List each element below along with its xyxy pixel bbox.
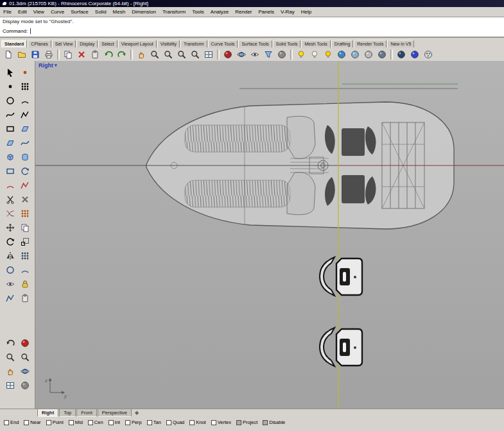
- tab-visibility[interactable]: Visibility: [157, 40, 180, 47]
- revolve-tool[interactable]: [17, 164, 32, 178]
- object-properties-tool[interactable]: [17, 291, 32, 305]
- viewport-menu-arrow-icon[interactable]: ▾: [55, 63, 57, 68]
- osnap-knot[interactable]: Knot: [189, 419, 205, 425]
- menu-solid[interactable]: Solid: [92, 9, 110, 15]
- osnap-disable[interactable]: Disable: [263, 419, 285, 425]
- viewport-right[interactable]: Right ▾: [35, 61, 504, 409]
- stop-record-button[interactable]: [275, 48, 288, 61]
- clipboard-paste-button[interactable]: [89, 48, 101, 61]
- free-curve-tool[interactable]: [3, 108, 17, 122]
- osnap-cen[interactable]: Cen: [88, 419, 103, 425]
- tab-render-tools[interactable]: Render Tools: [354, 40, 387, 47]
- set-cplane-tool[interactable]: [3, 378, 17, 393]
- redo-button[interactable]: [116, 48, 128, 61]
- tab-set-view[interactable]: Set View: [52, 40, 76, 47]
- menu-render[interactable]: Render: [232, 9, 255, 15]
- tab-cplanes[interactable]: CPlanes: [28, 40, 51, 47]
- osnap-quad[interactable]: Quad: [166, 419, 184, 425]
- menu-view[interactable]: View: [30, 9, 48, 15]
- pan-button[interactable]: [135, 48, 148, 61]
- osnap-disable-checkbox[interactable]: [263, 420, 268, 425]
- osnap-quad-checkbox[interactable]: [166, 420, 171, 425]
- fillet-tool[interactable]: [3, 178, 17, 192]
- viewport-tab-front[interactable]: Front: [76, 409, 97, 417]
- tab-solid-tools[interactable]: Solid Tools: [273, 40, 301, 47]
- lock-tool[interactable]: [17, 277, 32, 291]
- spotlight-button[interactable]: [322, 48, 335, 61]
- tab-curve-tools[interactable]: Curve Tools: [208, 40, 238, 47]
- trim-tool[interactable]: [3, 192, 17, 207]
- arc-tool[interactable]: [17, 94, 32, 108]
- pointer-tool[interactable]: [3, 65, 17, 80]
- render-settings-button[interactable]: [422, 48, 435, 61]
- print-button[interactable]: [42, 48, 55, 61]
- menu-mesh[interactable]: Mesh: [110, 9, 129, 15]
- rectangle-tool[interactable]: [3, 122, 17, 136]
- selection-brush-tool[interactable]: [17, 65, 32, 80]
- menu-help[interactable]: Help: [298, 9, 315, 15]
- box-tool[interactable]: [3, 150, 17, 164]
- viewport-tab-top[interactable]: Top: [59, 409, 76, 417]
- hide-tool[interactable]: [3, 277, 17, 291]
- osnap-point[interactable]: Point: [46, 419, 64, 425]
- rotate-tool[interactable]: [3, 235, 17, 249]
- open-file-button[interactable]: [15, 48, 28, 61]
- menu-analyze[interactable]: Analyze: [207, 9, 232, 15]
- single-point-tool[interactable]: [3, 80, 17, 94]
- command-line[interactable]: Command:: [0, 26, 504, 38]
- tab-mesh-tools[interactable]: Mesh Tools: [301, 40, 330, 47]
- osnap-project[interactable]: Project: [236, 419, 257, 425]
- osnap-near-checkbox[interactable]: [24, 420, 29, 425]
- curve-boolean-tool[interactable]: [3, 263, 17, 277]
- explode-tool[interactable]: [17, 207, 32, 221]
- osnap-int[interactable]: Int: [109, 419, 120, 425]
- polyline-tool[interactable]: [17, 108, 32, 122]
- osnap-vertex[interactable]: Vertex: [211, 419, 231, 425]
- menu-tools[interactable]: Tools: [189, 9, 207, 15]
- selection-filter-button[interactable]: [262, 48, 275, 61]
- ghosted-sphere-button[interactable]: [362, 48, 375, 61]
- scale-tool[interactable]: [17, 235, 32, 249]
- tab-standard[interactable]: Standard: [1, 40, 27, 47]
- join-tool[interactable]: [3, 207, 17, 221]
- show-edges-tool[interactable]: [3, 291, 17, 305]
- menu-surface[interactable]: Surface: [67, 9, 92, 15]
- osnap-tan[interactable]: Tan: [147, 419, 161, 425]
- tab-transform[interactable]: Transform: [180, 40, 207, 47]
- render-preview-sphere-button[interactable]: [335, 48, 348, 61]
- copy-file-button[interactable]: [62, 48, 74, 61]
- menu-vray[interactable]: V-Ray: [277, 9, 298, 15]
- viewport-tab-right[interactable]: Right: [37, 409, 58, 417]
- tab-viewport-layout[interactable]: Viewport Layout: [118, 40, 157, 47]
- tab-drafting[interactable]: Drafting: [331, 40, 354, 47]
- pan-view-tool[interactable]: [3, 364, 17, 378]
- osnap-mid-checkbox[interactable]: [69, 420, 74, 425]
- split-tool[interactable]: [17, 192, 32, 207]
- menu-panels[interactable]: Panels: [256, 9, 277, 15]
- camera-target-button[interactable]: [248, 48, 261, 61]
- viewport-tab-perspective[interactable]: Perspective: [98, 409, 132, 417]
- rotate-view-button[interactable]: [235, 48, 248, 61]
- offset-tool[interactable]: [17, 263, 32, 277]
- osnap-perp-checkbox[interactable]: [125, 420, 130, 425]
- light-on-button[interactable]: [295, 48, 308, 61]
- osnap-mid[interactable]: Mid: [69, 419, 83, 425]
- menu-transform[interactable]: Transform: [159, 9, 189, 15]
- menu-curve[interactable]: Curve: [48, 9, 67, 15]
- zoom-extents-view-tool[interactable]: [17, 350, 32, 364]
- osnap-point-checkbox[interactable]: [46, 420, 51, 425]
- circle-tool[interactable]: [3, 94, 17, 108]
- osnap-vertex-checkbox[interactable]: [211, 420, 216, 425]
- zoom-selected-button[interactable]: [189, 48, 202, 61]
- move-tool[interactable]: [3, 221, 17, 235]
- osnap-knot-checkbox[interactable]: [189, 420, 195, 425]
- chamfer-tool[interactable]: [17, 178, 32, 192]
- menu-file[interactable]: File: [0, 9, 15, 15]
- tab-display[interactable]: Display: [76, 40, 98, 47]
- copy-tool[interactable]: [17, 221, 32, 235]
- stop-redraw-tool[interactable]: [17, 336, 32, 350]
- light-off-button[interactable]: [308, 48, 321, 61]
- tab-new-in-v5[interactable]: New in V5: [387, 40, 414, 47]
- viewport-layout-button[interactable]: [202, 48, 215, 61]
- delete-button[interactable]: [75, 48, 88, 61]
